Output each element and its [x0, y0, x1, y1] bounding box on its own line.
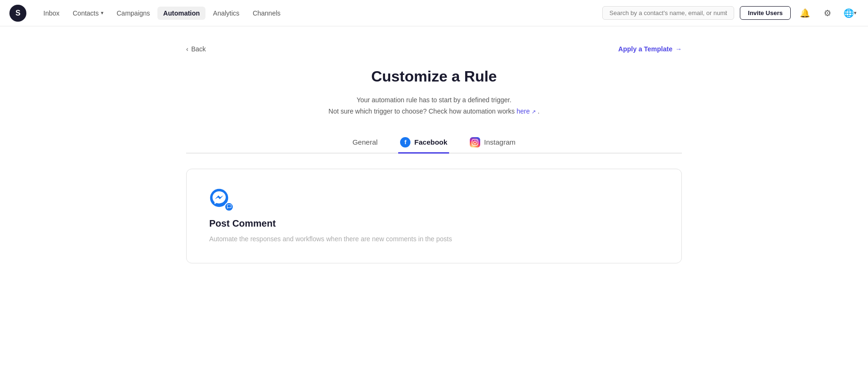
apply-template-label: Apply a Template: [618, 45, 672, 53]
search-input[interactable]: [602, 6, 734, 20]
nav-channels[interactable]: Channels: [247, 7, 286, 20]
card-title: Post Comment: [209, 218, 659, 229]
back-link[interactable]: ‹ Back: [186, 45, 206, 53]
language-icon[interactable]: 🌐 ▾: [842, 5, 859, 22]
settings-icon[interactable]: ⚙: [819, 5, 836, 22]
page-content: ‹ Back Apply a Template → Customize a Ru…: [175, 26, 693, 282]
top-navigation: S Inbox Contacts ▾ Campaigns Automation …: [0, 0, 868, 26]
back-arrow-icon: ‹: [186, 45, 188, 53]
facebook-icon: f: [400, 137, 410, 147]
tab-facebook[interactable]: f Facebook: [398, 132, 449, 154]
tab-general[interactable]: General: [351, 132, 379, 154]
nav-links: Inbox Contacts ▾ Campaigns Automation An…: [38, 7, 602, 20]
app-logo: S: [9, 5, 26, 22]
nav-inbox[interactable]: Inbox: [38, 7, 65, 20]
tab-instagram[interactable]: Instagram: [468, 132, 517, 154]
comment-bubble-icon: [224, 202, 234, 212]
notifications-icon[interactable]: 🔔: [796, 5, 813, 22]
nav-right: Invite Users 🔔 ⚙ 🌐 ▾: [602, 5, 859, 22]
arrow-right-icon: →: [675, 45, 682, 53]
nav-contacts[interactable]: Contacts ▾: [67, 7, 109, 20]
nav-automation[interactable]: Automation: [157, 7, 205, 20]
tabs: General f Facebook Instagram: [186, 132, 682, 154]
page-title: Customize a Rule: [186, 68, 682, 85]
external-link-icon: ↗: [532, 109, 536, 114]
page-subtitle: Your automation rule has to start by a d…: [186, 95, 682, 117]
page-header-row: ‹ Back Apply a Template →: [186, 45, 682, 53]
here-link[interactable]: here ↗: [516, 107, 538, 115]
card-icon-area: [209, 188, 232, 211]
post-comment-card[interactable]: Post Comment Automate the responses and …: [186, 169, 682, 263]
chevron-down-icon: ▾: [854, 10, 857, 16]
subtitle-line2: Not sure which trigger to choose? Check …: [186, 106, 682, 117]
back-label: Back: [191, 45, 206, 53]
instagram-icon: [470, 137, 480, 147]
subtitle-line1: Your automation rule has to start by a d…: [186, 95, 682, 106]
card-description: Automate the responses and workflows whe…: [209, 234, 659, 244]
apply-template-link[interactable]: Apply a Template →: [618, 45, 682, 53]
nav-campaigns[interactable]: Campaigns: [111, 7, 156, 20]
nav-analytics[interactable]: Analytics: [207, 7, 245, 20]
chevron-down-icon: ▾: [101, 10, 104, 16]
invite-users-button[interactable]: Invite Users: [740, 6, 791, 20]
